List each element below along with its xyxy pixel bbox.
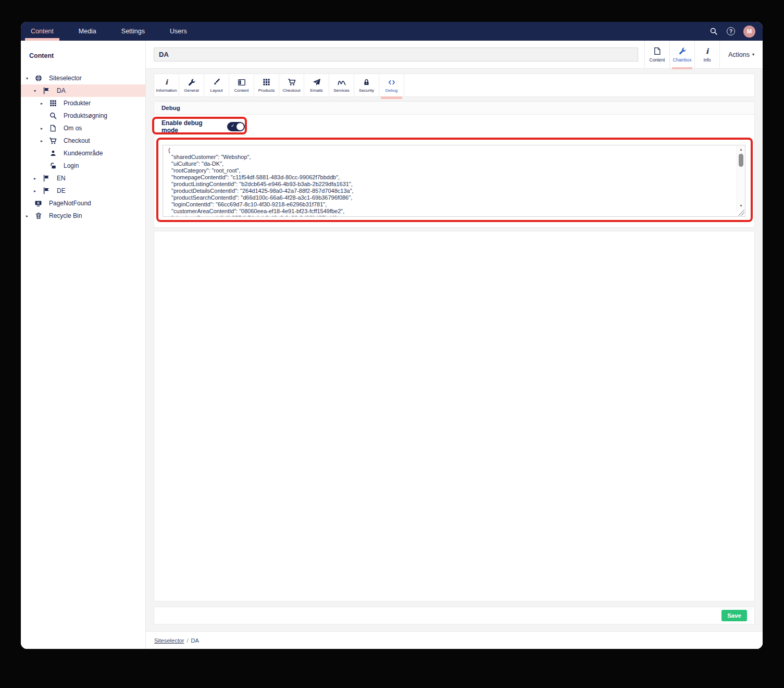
tree-item-produktsogning[interactable]: Produktsøgning — [21, 109, 145, 122]
tree-item-label: Kundeområde — [64, 150, 103, 157]
caret-right-icon[interactable]: ▸ — [32, 189, 38, 193]
caret-down-icon[interactable]: ▾ — [32, 89, 38, 93]
tab-layout[interactable]: Layout — [204, 74, 229, 96]
scroll-up-arrow-icon[interactable]: ▲ — [737, 146, 745, 153]
tree-item-produkter[interactable]: ▸ Produkter — [21, 97, 145, 109]
tab-services[interactable]: Services — [329, 74, 354, 96]
nav-tab-content[interactable]: Content — [25, 22, 59, 41]
code-icon — [387, 78, 396, 87]
nav-tab-settings[interactable]: Settings — [116, 22, 151, 41]
debug-toggle-row: Enable debug mode ✓ — [161, 120, 245, 133]
section-tabs: Content Media Settings Users — [21, 22, 206, 41]
caret-right-icon[interactable]: ▸ — [24, 214, 30, 218]
cart-icon — [287, 78, 296, 87]
tab-products[interactable]: Products — [254, 74, 279, 96]
debug-toggle[interactable]: ✓ — [227, 122, 245, 131]
check-icon: ✓ — [231, 123, 235, 128]
textarea-scrollbar[interactable]: ▲ ▼ — [737, 145, 745, 210]
lock-icon — [362, 78, 371, 87]
debug-json-textarea[interactable]: { "sharedCustomer": "Webshop", "uiCultur… — [163, 145, 745, 217]
tab-debug[interactable]: Debug — [379, 74, 404, 96]
nav-tab-media[interactable]: Media — [73, 22, 102, 41]
tree-item-label: PageNotFound — [49, 200, 91, 207]
tree-item-siteselector[interactable]: ▾ Siteselector — [21, 72, 145, 84]
paper-plane-icon — [312, 78, 321, 87]
scrollbar-thumb[interactable] — [739, 154, 743, 167]
nav-tab-users[interactable]: Users — [164, 22, 193, 41]
nav-tab-label: Media — [79, 28, 96, 35]
caret-right-icon[interactable]: ▸ — [39, 139, 44, 143]
tab-checkout[interactable]: Checkout — [279, 74, 304, 96]
subapp-content[interactable]: Content — [645, 41, 670, 68]
save-button[interactable]: Save — [721, 610, 747, 621]
trash-icon — [34, 212, 42, 220]
debug-toggle-label: Enable debug mode — [161, 119, 215, 134]
subapp-chainbox[interactable]: Chainbox — [670, 41, 695, 68]
property-tab-row: i Information General Layout — [154, 73, 755, 97]
subapp-label: Chainbox — [673, 57, 692, 63]
unlock-icon — [49, 162, 57, 170]
tab-content[interactable]: Content — [229, 74, 254, 96]
tree-item-checkout[interactable]: ▸ Checkout — [21, 134, 145, 147]
help-icon[interactable]: ? — [727, 27, 735, 35]
user-icon — [49, 150, 57, 157]
flag-icon — [42, 175, 50, 182]
tab-general[interactable]: General — [179, 74, 204, 96]
scroll-down-arrow-icon[interactable]: ▼ — [737, 202, 745, 209]
grid-icon — [262, 78, 271, 87]
breadcrumb-current: DA — [191, 637, 199, 644]
tree-item-label: DE — [57, 187, 66, 194]
sidebar: Content ▾ Siteselector ▾ DA ▸ — [21, 41, 146, 649]
help-glyph: ? — [729, 29, 732, 34]
info-icon: i — [703, 46, 712, 55]
section-title: Debug — [161, 105, 180, 111]
tree-item-label: Produktsøgning — [64, 112, 107, 119]
wrench-icon — [187, 78, 196, 87]
tab-label: Layout — [210, 88, 222, 93]
tree-item-da[interactable]: ▾ DA — [21, 84, 145, 97]
debug-json-content[interactable]: { "sharedCustomer": "Webshop", "uiCultur… — [163, 145, 737, 216]
tree-item-en[interactable]: ▸ EN — [21, 172, 145, 185]
brush-icon — [212, 78, 221, 87]
actions-button[interactable]: Actions ▾ — [720, 41, 763, 68]
tab-label: Content — [234, 88, 248, 93]
empty-content-panel — [154, 231, 755, 601]
document-icon — [49, 125, 57, 132]
tab-information[interactable]: i Information — [154, 74, 179, 96]
nav-tab-label: Settings — [121, 28, 145, 35]
tree-item-pagenotfound[interactable]: PageNotFound — [21, 197, 145, 210]
tree-item-om-os[interactable]: ▸ Om os — [21, 122, 145, 134]
breadcrumb: Siteselector / DA — [146, 631, 763, 649]
caret-down-icon[interactable]: ▾ — [24, 76, 30, 81]
tab-security[interactable]: Security — [354, 74, 379, 96]
editor-header: Content Chainbox i Info Actions — [146, 41, 763, 69]
caret-down-icon: ▾ — [752, 52, 754, 57]
caret-right-icon[interactable]: ▸ — [39, 101, 44, 106]
avatar[interactable]: M — [743, 26, 755, 38]
caret-right-icon[interactable]: ▸ — [32, 176, 38, 181]
debug-panel: Enable debug mode ✓ { "sharedCustomer": … — [154, 115, 755, 228]
subapp-info[interactable]: i Info — [695, 41, 720, 68]
grid-icon — [49, 100, 57, 107]
app-window: Content Media Settings Users ? M Content… — [21, 22, 763, 649]
tree-item-recycle-bin[interactable]: ▸ Recycle Bin — [21, 210, 145, 222]
tree-item-label: Om os — [64, 125, 82, 132]
breadcrumb-link[interactable]: Siteselector — [154, 637, 184, 644]
tab-emails[interactable]: Emails — [304, 74, 329, 96]
tree-item-login[interactable]: Login — [21, 159, 145, 172]
page-title-input[interactable] — [154, 47, 638, 62]
tree-item-kundeomraade[interactable]: Kundeområde — [21, 147, 145, 159]
tree-item-label: Recycle Bin — [49, 212, 82, 219]
search-icon — [49, 112, 57, 120]
top-navbar: Content Media Settings Users ? M — [21, 22, 763, 41]
flag-icon — [42, 187, 50, 195]
navbar-right: ? M — [709, 22, 763, 41]
search-icon[interactable] — [709, 27, 718, 36]
caret-right-icon[interactable]: ▸ — [39, 126, 44, 131]
screen-error-icon — [34, 200, 42, 207]
toggle-knob — [237, 123, 244, 130]
tree-item-de[interactable]: ▸ DE — [21, 185, 145, 197]
textarea-resize-handle[interactable] — [738, 210, 744, 216]
tab-label: Emails — [310, 88, 322, 93]
document-icon — [653, 46, 662, 55]
